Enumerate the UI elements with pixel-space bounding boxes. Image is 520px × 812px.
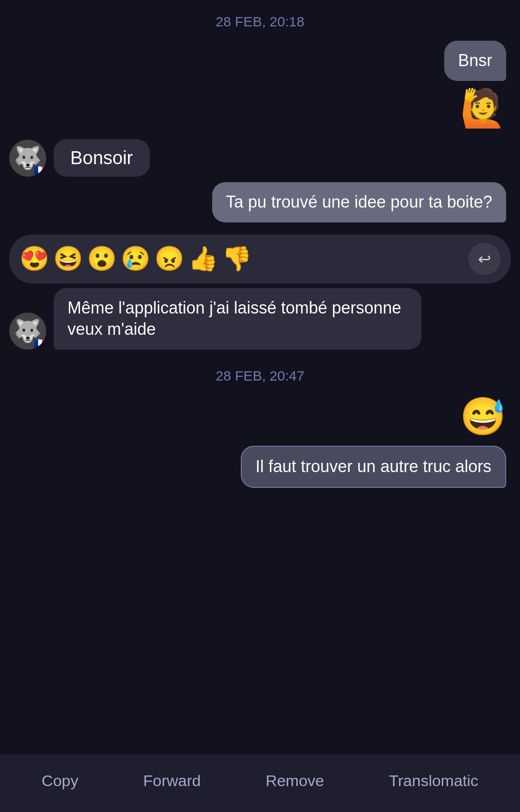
reaction-wow[interactable]: 😮 (87, 245, 117, 273)
reaction-thumbsdown[interactable]: 👎 (222, 245, 252, 273)
bubble-bnsr: Bnsr (444, 41, 506, 81)
message-row-in-bonsoir: 🐺 🇫🇷 Bonsoir (9, 139, 520, 177)
reaction-thumbsup[interactable]: 👍 (188, 245, 218, 273)
bubble-truc: Il faut trouver un autre truc alors (241, 446, 506, 488)
avatar-other: 🐺 🇫🇷 (9, 140, 46, 177)
message-row-out-idee: Ta pu trouvé une idee pour ta boite? (0, 182, 506, 222)
reaction-angry[interactable]: 😠 (154, 245, 184, 273)
emoji-sweat-grin: 😅 (460, 395, 506, 438)
action-bar: Copy Forward Remove Translomatic (0, 755, 520, 812)
message-row-out-wave: 🙋 (0, 86, 506, 130)
emoji-wave: 🙋 (460, 86, 506, 130)
timestamp-2: 28 FEB, 20:47 (0, 359, 520, 395)
message-row-in-app: 🐺 🇫🇷 Même l'application j'ai laissé tomb… (9, 288, 520, 350)
remove-button[interactable]: Remove (266, 772, 324, 790)
avatar-flag-2: 🇫🇷 (34, 338, 46, 350)
message-row-out-sweat: 😅 (0, 395, 520, 438)
translomatic-button[interactable]: Translomatic (389, 772, 478, 790)
avatar-other-2: 🐺 🇫🇷 (9, 313, 46, 350)
reaction-bar: 😍 😆 😮 😢 😠 👍 👎 ↩ (9, 234, 511, 283)
bubble-bonsoir: Bonsoir (54, 139, 150, 177)
reaction-laugh[interactable]: 😆 (53, 245, 83, 273)
bubble-idee: Ta pu trouvé une idee pour ta boite? (212, 182, 506, 222)
timestamp-1: 28 FEB, 20:18 (0, 0, 520, 41)
message-row-out-truc: Il faut trouver un autre truc alors (0, 446, 506, 488)
forward-button[interactable]: Forward (143, 772, 201, 790)
copy-button[interactable]: Copy (42, 772, 78, 790)
message-row-out-bnsr: Bnsr (0, 41, 506, 81)
avatar-flag: 🇫🇷 (34, 165, 46, 177)
bubble-app: Même l'application j'ai laissé tombé per… (54, 288, 422, 350)
reaction-cry[interactable]: 😢 (121, 245, 151, 273)
chat-container: 28 FEB, 20:18 Bnsr 🙋 🐺 🇫🇷 Bonsoir Ta pu … (0, 0, 520, 812)
reply-button[interactable]: ↩ (468, 243, 501, 275)
reaction-love[interactable]: 😍 (19, 245, 49, 273)
